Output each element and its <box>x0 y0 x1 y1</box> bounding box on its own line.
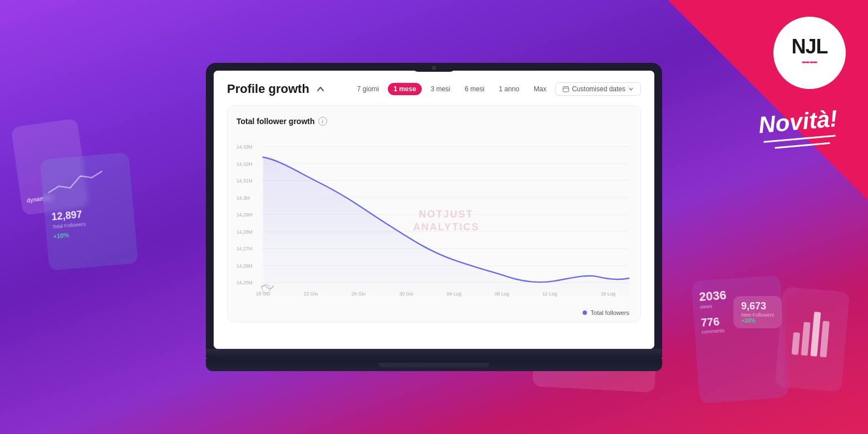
svg-text:14,28M: 14,28M <box>236 229 253 235</box>
svg-text:30 Giu: 30 Giu <box>400 291 414 297</box>
njl-logo-circle: NJL ╌╌ <box>773 17 846 89</box>
filter-1anno[interactable]: 1 anno <box>494 83 525 95</box>
svg-text:12 Lug: 12 Lug <box>542 291 557 297</box>
profile-growth-title: Profile growth <box>227 82 326 96</box>
svg-text:14,3M: 14,3M <box>236 195 250 201</box>
filter-1mese[interactable]: 1 mese <box>388 83 422 95</box>
svg-text:14,32M: 14,32M <box>236 161 253 167</box>
laptop-foot-bar <box>378 363 490 367</box>
laptop-notch <box>412 63 456 72</box>
njl-logo-text: NJL ╌╌ <box>791 37 827 69</box>
filter-3mesi[interactable]: 3 mesi <box>425 83 456 95</box>
page-title: Profile growth <box>227 82 309 96</box>
calendar-icon <box>563 86 569 92</box>
laptop-body: Profile growth 7 giorni 1 mese 3 mesi <box>206 63 662 371</box>
laptop-camera <box>432 66 436 70</box>
laptop-base <box>206 349 662 359</box>
date-filters: 7 giorni 1 mese 3 mesi 6 mesi 1 anno Max <box>352 82 641 96</box>
filter-7giorni[interactable]: 7 giorni <box>352 83 384 95</box>
laptop: Profile growth 7 giorni 1 mese 3 mesi <box>206 63 662 371</box>
svg-text:14,29M: 14,29M <box>236 212 253 218</box>
chart-legend: Total followers <box>236 309 629 316</box>
chevron-up-icon[interactable] <box>315 83 326 95</box>
customised-dates-button[interactable]: Customised dates <box>555 82 641 96</box>
chevron-down-icon <box>628 86 634 92</box>
screen-header: Profile growth 7 giorni 1 mese 3 mesi <box>227 82 641 96</box>
laptop-screen-outer: Profile growth 7 giorni 1 mese 3 mesi <box>206 63 662 349</box>
filter-6mesi[interactable]: 6 mesi <box>459 83 490 95</box>
svg-text:22 Giu: 22 Giu <box>304 291 318 297</box>
legend-dot-followers <box>583 310 587 315</box>
legend-label-followers: Total followers <box>590 309 629 316</box>
svg-text:14,31M: 14,31M <box>236 178 253 184</box>
filter-max[interactable]: Max <box>528 83 552 95</box>
njl-badge: NJL ╌╌ Novità! <box>668 0 868 200</box>
chart-title: Total follower growth i <box>236 117 629 126</box>
chart-container: Total follower growth i NOTJUST ANALYTIC… <box>227 105 641 322</box>
customised-dates-label: Customised dates <box>572 85 625 93</box>
svg-text:04 Lug: 04 Lug <box>447 291 461 297</box>
laptop-stand <box>206 359 662 371</box>
svg-text:16 Lug: 16 Lug <box>601 291 615 297</box>
info-icon[interactable]: i <box>318 117 327 126</box>
chart-svg: 14,33M 14,32M 14,31M 14,3M 14,29M 14,28M… <box>236 135 629 307</box>
svg-text:14,25M: 14,25M <box>236 280 253 285</box>
screen-content: Profile growth 7 giorni 1 mese 3 mesi <box>214 71 654 349</box>
svg-text:14,27M: 14,27M <box>236 246 253 251</box>
chart-svg-area: NOTJUST ANALYTICS 14,33M 14,32M 14,31M 1… <box>236 135 629 307</box>
svg-text:14,26M: 14,26M <box>236 263 253 269</box>
laptop-screen: Profile growth 7 giorni 1 mese 3 mesi <box>214 71 654 349</box>
svg-text:08 Lug: 08 Lug <box>495 291 509 297</box>
svg-text:14,33M: 14,33M <box>236 144 253 150</box>
svg-rect-4 <box>563 87 569 92</box>
svg-text:26 Giu: 26 Giu <box>352 291 366 297</box>
